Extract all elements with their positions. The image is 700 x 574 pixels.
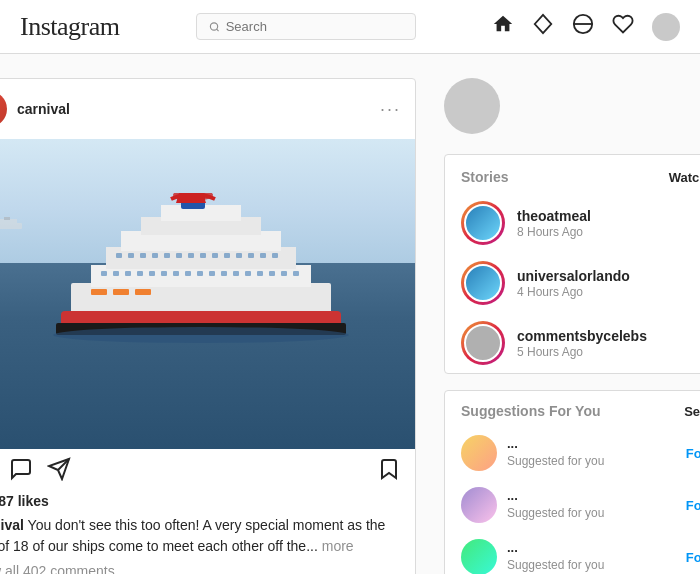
suggestion-username-2: ··· [507, 491, 676, 506]
svg-rect-28 [269, 271, 275, 276]
svg-rect-33 [140, 253, 146, 258]
post-avatar[interactable]: 🎪 [0, 91, 7, 127]
suggestion-avatar-3 [461, 539, 497, 574]
activity-icon[interactable] [572, 13, 594, 40]
suggestion-sublabel-3: Suggested for you [507, 558, 676, 572]
story-username-3: commentsbycelebs [517, 328, 700, 344]
post-username[interactable]: carnival [17, 101, 70, 117]
svg-rect-24 [221, 271, 227, 276]
svg-rect-20 [173, 271, 179, 276]
caption-username[interactable]: carnival [0, 517, 24, 533]
svg-rect-16 [125, 271, 131, 276]
story-info-3: commentsbycelebs 5 Hours Ago [517, 328, 700, 359]
post-header: 🎪 carnival ··· [0, 79, 415, 139]
story-avatar-2 [461, 261, 505, 305]
svg-rect-21 [185, 271, 191, 276]
story-item-1[interactable]: theoatmeal 8 Hours Ago [445, 193, 700, 253]
svg-marker-2 [535, 15, 552, 33]
search-input[interactable] [226, 19, 403, 34]
svg-line-1 [216, 29, 218, 31]
suggestions-section: Suggestions For You See All ··· Suggeste… [444, 390, 700, 574]
story-item-3[interactable]: commentsbycelebs 5 Hours Ago [445, 313, 700, 373]
svg-rect-40 [224, 253, 230, 258]
suggestion-sublabel-1: Suggested for you [507, 454, 676, 468]
svg-rect-30 [293, 271, 299, 276]
svg-rect-34 [152, 253, 158, 258]
suggestion-avatar-2 [461, 487, 497, 523]
svg-point-0 [210, 22, 217, 29]
svg-rect-26 [245, 271, 251, 276]
explore-icon[interactable] [532, 13, 554, 40]
profile-avatar[interactable] [652, 13, 680, 41]
main-container: 🎪 carnival ··· [0, 54, 700, 574]
sidebar: Stories Watch All theoatmeal 8 Hours Ago… [444, 78, 700, 574]
svg-rect-43 [260, 253, 266, 258]
follow-button-2[interactable]: Follow [686, 498, 700, 513]
home-icon[interactable] [492, 13, 514, 40]
post-caption: carnival You don't see this too often! A… [0, 511, 415, 561]
story-time-2: 4 Hours Ago [517, 285, 700, 299]
search-icon [209, 21, 220, 33]
logo: Instagram [20, 12, 119, 42]
stories-section: Stories Watch All theoatmeal 8 Hours Ago… [444, 154, 700, 374]
story-avatar-inner-3 [464, 324, 502, 362]
svg-rect-35 [164, 253, 170, 258]
post-more-button[interactable]: ··· [380, 99, 401, 120]
svg-point-8 [53, 327, 349, 343]
suggestion-avatar-1 [461, 435, 497, 471]
svg-rect-44 [272, 253, 278, 258]
feed: 🎪 carnival ··· [0, 78, 416, 574]
svg-rect-38 [200, 253, 206, 258]
header: Instagram [0, 0, 700, 54]
story-time-1: 8 Hours Ago [517, 225, 700, 239]
bookmark-icon[interactable] [377, 457, 401, 487]
stories-header: Stories Watch All [445, 155, 700, 193]
story-item-2[interactable]: universalorlando 4 Hours Ago [445, 253, 700, 313]
svg-rect-37 [188, 253, 194, 258]
heart-icon[interactable] [612, 13, 634, 40]
svg-rect-19 [161, 271, 167, 276]
suggestion-info-1: ··· Suggested for you [507, 439, 676, 468]
svg-rect-27 [257, 271, 263, 276]
suggestion-info-3: ··· Suggested for you [507, 543, 676, 572]
svg-rect-48 [113, 289, 129, 295]
follow-button-1[interactable]: Follow [686, 446, 700, 461]
story-info-1: theoatmeal 8 Hours Ago [517, 208, 700, 239]
story-avatar-3 [461, 321, 505, 365]
svg-rect-52 [4, 217, 10, 220]
caption-more[interactable]: more [322, 538, 354, 554]
post-actions [0, 449, 415, 491]
svg-rect-32 [128, 253, 134, 258]
search-bar[interactable] [196, 13, 416, 40]
share-icon[interactable] [47, 457, 71, 487]
post-actions-left [0, 457, 71, 487]
svg-rect-41 [236, 253, 242, 258]
view-all-comments[interactable]: View all 402 comments [0, 561, 415, 574]
svg-rect-15 [113, 271, 119, 276]
post-header-left: 🎪 carnival [0, 91, 70, 127]
story-username-2: universalorlando [517, 268, 700, 284]
follow-button-3[interactable]: Follow [686, 550, 700, 565]
stories-title: Stories [461, 169, 508, 185]
svg-rect-22 [197, 271, 203, 276]
suggestion-item-3: ··· Suggested for you Follow [445, 531, 700, 574]
svg-rect-36 [176, 253, 182, 258]
story-avatar-1 [461, 201, 505, 245]
story-avatar-inner-2 [464, 264, 502, 302]
svg-rect-31 [116, 253, 122, 258]
svg-rect-14 [101, 271, 107, 276]
header-icons [492, 13, 680, 41]
story-avatar-inner-1 [464, 204, 502, 242]
svg-rect-18 [149, 271, 155, 276]
sidebar-profile-card [444, 78, 700, 134]
comment-icon[interactable] [9, 457, 33, 487]
svg-rect-17 [137, 271, 143, 276]
sidebar-profile-avatar[interactable] [444, 78, 500, 134]
post-image [0, 139, 415, 449]
suggestion-username-1: ··· [507, 439, 676, 454]
svg-rect-42 [248, 253, 254, 258]
svg-rect-49 [135, 289, 151, 295]
see-all-button[interactable]: See All [684, 404, 700, 419]
watch-all-button[interactable]: Watch All [669, 170, 700, 185]
suggestion-sublabel-2: Suggested for you [507, 506, 676, 520]
